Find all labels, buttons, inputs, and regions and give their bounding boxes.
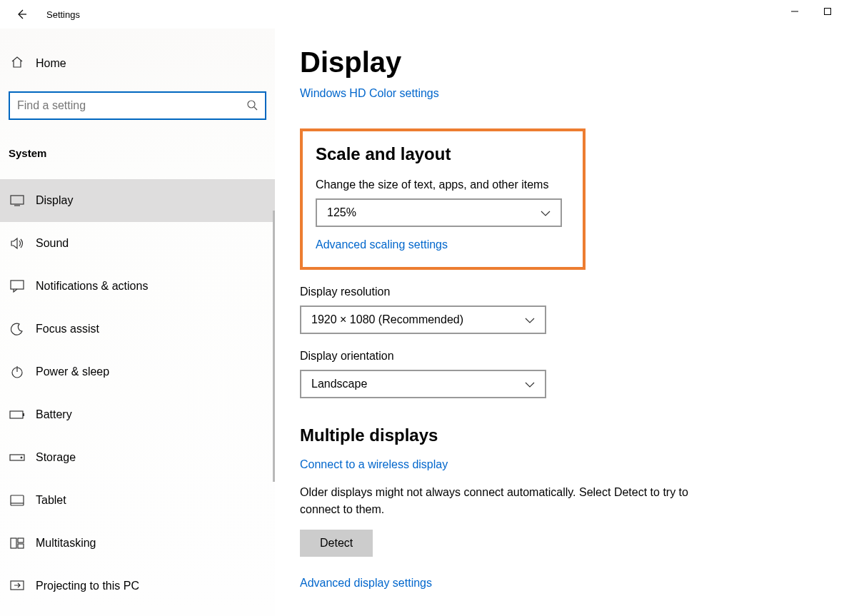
text-size-value: 125%	[327, 206, 356, 219]
multiple-displays-desc: Older displays might not always connect …	[300, 484, 700, 518]
sidebar-item-display[interactable]: Display	[0, 179, 275, 222]
scale-layout-title: Scale and layout	[316, 144, 570, 164]
sidebar: Home System Display Sound Notifications …	[0, 29, 275, 616]
home-icon	[9, 56, 26, 71]
sidebar-item-label: Projecting to this PC	[36, 580, 139, 592]
svg-rect-16	[18, 538, 24, 542]
multiple-displays-title: Multiple displays	[300, 425, 801, 445]
sidebar-group-header: System	[0, 141, 275, 165]
svg-rect-4	[11, 196, 24, 204]
svg-rect-15	[11, 538, 16, 548]
sidebar-item-label: Display	[36, 194, 73, 207]
text-size-label: Change the size of text, apps, and other…	[316, 178, 570, 191]
chat-icon	[9, 280, 26, 293]
svg-point-2	[248, 101, 255, 108]
sidebar-item-label: Power & sleep	[36, 365, 109, 378]
sidebar-item-multitasking[interactable]: Multitasking	[0, 522, 275, 565]
sidebar-item-label: Tablet	[36, 494, 66, 507]
text-size-dropdown[interactable]: 125%	[316, 198, 562, 227]
svg-point-12	[21, 457, 23, 459]
sidebar-item-tablet[interactable]: Tablet	[0, 479, 275, 522]
orientation-dropdown[interactable]: Landscape	[300, 370, 546, 398]
moon-icon	[9, 323, 26, 335]
power-icon	[9, 365, 26, 378]
sidebar-item-storage[interactable]: Storage	[0, 436, 275, 479]
sidebar-item-label: Focus assist	[36, 323, 99, 335]
sidebar-item-label: Battery	[36, 408, 72, 421]
orientation-label: Display orientation	[300, 350, 801, 363]
sidebar-home-label: Home	[36, 57, 66, 70]
sidebar-item-power-sleep[interactable]: Power & sleep	[0, 350, 275, 393]
sidebar-item-sound[interactable]: Sound	[0, 222, 275, 265]
svg-rect-10	[23, 413, 24, 416]
svg-rect-13	[11, 495, 24, 505]
storage-icon	[9, 454, 26, 461]
sound-icon	[9, 237, 26, 250]
svg-rect-17	[18, 544, 24, 548]
chevron-down-icon	[525, 378, 535, 390]
resolution-dropdown[interactable]: 1920 × 1080 (Recommended)	[300, 306, 546, 334]
sidebar-item-focus-assist[interactable]: Focus assist	[0, 308, 275, 350]
svg-rect-6	[11, 281, 24, 289]
sidebar-item-notifications[interactable]: Notifications & actions	[0, 265, 275, 308]
search-input[interactable]	[17, 99, 246, 112]
chevron-down-icon	[525, 313, 535, 326]
page-title: Display	[300, 46, 801, 79]
multitasking-icon	[9, 537, 26, 549]
window-controls	[778, 0, 844, 23]
content-area: Display Windows HD Color settings Scale …	[275, 29, 844, 616]
minimize-button[interactable]	[778, 0, 811, 23]
tablet-icon	[9, 495, 26, 506]
sidebar-item-label: Sound	[36, 237, 69, 250]
chevron-down-icon	[541, 206, 551, 219]
hd-color-link[interactable]: Windows HD Color settings	[300, 87, 439, 100]
sidebar-item-label: Notifications & actions	[36, 280, 148, 293]
window-title: Settings	[46, 9, 80, 20]
svg-line-3	[254, 107, 257, 110]
resolution-value: 1920 × 1080 (Recommended)	[311, 313, 463, 326]
battery-icon	[9, 410, 26, 419]
detect-button[interactable]: Detect	[300, 530, 373, 557]
sidebar-item-projecting[interactable]: Projecting to this PC	[0, 565, 275, 607]
sidebar-item-label: Multitasking	[36, 537, 96, 550]
maximize-button[interactable]	[811, 0, 844, 23]
sidebar-item-battery[interactable]: Battery	[0, 393, 275, 436]
scale-layout-highlight: Scale and layout Change the size of text…	[300, 128, 586, 270]
advanced-display-link[interactable]: Advanced display settings	[300, 577, 432, 590]
advanced-scaling-link[interactable]: Advanced scaling settings	[316, 238, 448, 251]
sidebar-home[interactable]: Home	[0, 50, 275, 77]
search-box[interactable]	[9, 91, 266, 120]
back-button[interactable]	[14, 7, 29, 21]
resolution-label: Display resolution	[300, 286, 801, 298]
project-icon	[9, 580, 26, 592]
search-icon	[246, 99, 258, 113]
orientation-value: Landscape	[311, 378, 367, 390]
sidebar-item-label: Storage	[36, 451, 76, 464]
wireless-display-link[interactable]: Connect to a wireless display	[300, 458, 448, 471]
svg-rect-1	[825, 9, 831, 15]
display-icon	[9, 195, 26, 206]
svg-rect-9	[10, 411, 23, 418]
titlebar: Settings	[0, 0, 844, 29]
